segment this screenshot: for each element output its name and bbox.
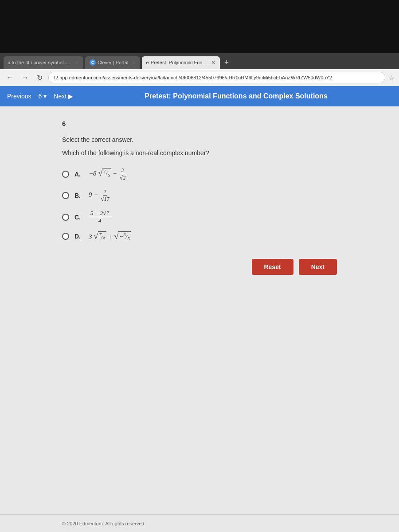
math-c: 5 − 2√7 4 bbox=[89, 210, 111, 224]
bookmark-icon: ☆ bbox=[389, 74, 395, 81]
radio-d[interactable] bbox=[62, 233, 69, 240]
question-number-display: 6 bbox=[38, 93, 42, 100]
close-tab-pretest[interactable]: ✕ bbox=[211, 59, 215, 66]
choice-a[interactable]: A. −8 √7/6 − 3 √2 bbox=[62, 167, 337, 181]
radio-b[interactable] bbox=[62, 192, 69, 199]
question-number-selector[interactable]: 6 ▾ bbox=[38, 93, 47, 100]
close-tab-clever[interactable]: ✕ bbox=[131, 59, 136, 66]
next-header-label: Next bbox=[54, 93, 66, 100]
math-b: 9 − 1 √17 bbox=[89, 188, 110, 203]
tab-bar: x to the 4th power symbol - Goo ✕ C Clev… bbox=[0, 53, 399, 69]
radio-a[interactable] bbox=[62, 171, 69, 178]
question-number: 6 bbox=[62, 120, 337, 127]
instruction-text: Select the correct answer. bbox=[62, 136, 337, 143]
copyright-text: © 2020 Edmentum. All rights reserved. bbox=[62, 521, 145, 526]
answer-choices: A. −8 √7/6 − 3 √2 B. 9 − bbox=[62, 167, 337, 241]
math-a: −8 √7/6 − 3 √2 bbox=[89, 167, 126, 181]
clever-icon: C bbox=[90, 59, 96, 66]
arrow-right-icon: ▶ bbox=[68, 93, 73, 100]
choice-b[interactable]: B. 9 − 1 √17 bbox=[62, 188, 337, 203]
reload-button[interactable]: ↻ bbox=[35, 73, 45, 83]
label-a: A. bbox=[74, 171, 83, 178]
choice-c[interactable]: C. 5 − 2√7 4 bbox=[62, 210, 337, 224]
label-c: C. bbox=[74, 214, 83, 221]
reset-button[interactable]: Reset bbox=[252, 259, 293, 275]
tab-pretest[interactable]: e Pretest: Polynomial Functions a ✕ bbox=[142, 56, 220, 69]
tab-clever[interactable]: C Clever | Portal ✕ bbox=[85, 56, 140, 69]
address-bar: ← → ↻ ☆ bbox=[0, 69, 399, 86]
tab-google[interactable]: x to the 4th power symbol - Goo ✕ bbox=[4, 56, 83, 69]
address-input[interactable] bbox=[48, 72, 385, 83]
question-text: Which of the following is a non-real com… bbox=[62, 149, 337, 156]
previous-label: Previous bbox=[7, 93, 31, 100]
pretest-tab-label: Pretest: Polynomial Functions a bbox=[151, 60, 208, 65]
main-content: 6 Select the correct answer. Which of th… bbox=[0, 106, 399, 514]
close-tab-google[interactable]: ✕ bbox=[74, 59, 79, 66]
back-button[interactable]: ← bbox=[4, 73, 16, 82]
next-button-header[interactable]: Next ▶ bbox=[54, 93, 73, 100]
choice-d[interactable]: D. 3 √7/5 + √−3/5 bbox=[62, 231, 337, 241]
previous-button[interactable]: Previous bbox=[7, 93, 31, 100]
footer: © 2020 Edmentum. All rights reserved. bbox=[0, 514, 399, 532]
label-d: D. bbox=[74, 233, 83, 240]
page-title: Pretest: Polynomial Functions and Comple… bbox=[80, 92, 392, 100]
new-tab-button[interactable]: + bbox=[222, 58, 232, 67]
action-buttons: Reset Next bbox=[62, 259, 337, 275]
radio-c[interactable] bbox=[62, 214, 69, 221]
pretest-icon: e bbox=[146, 60, 149, 65]
forward-button[interactable]: → bbox=[20, 73, 31, 82]
label-b: B. bbox=[74, 192, 83, 199]
clever-tab-label: Clever | Portal bbox=[98, 60, 129, 65]
math-d: 3 √7/5 + √−3/5 bbox=[89, 231, 131, 241]
google-tab-label: x to the 4th power symbol - Goo bbox=[8, 60, 72, 65]
next-action-button[interactable]: Next bbox=[299, 259, 337, 275]
chevron-down-icon: ▾ bbox=[43, 93, 47, 100]
app-header: Previous 6 ▾ Next ▶ Pretest: Polynomial … bbox=[0, 86, 399, 106]
